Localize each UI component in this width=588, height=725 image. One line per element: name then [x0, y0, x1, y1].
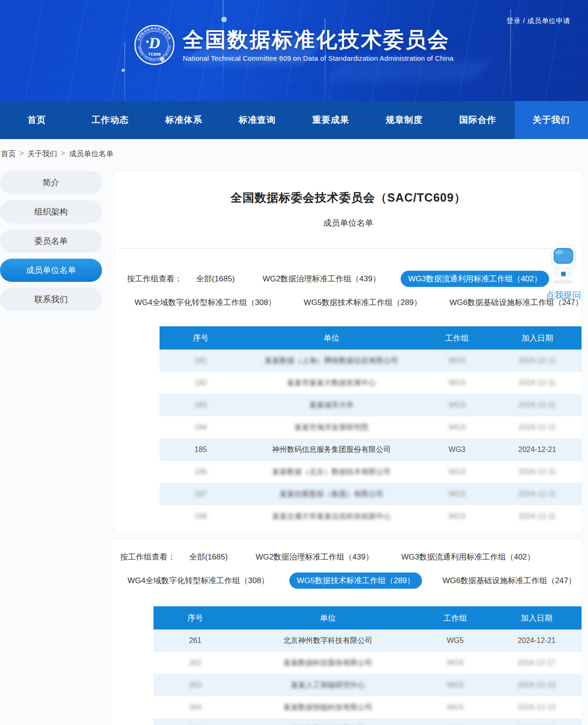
table-row: 187某某控股股份（集团）有限公司WG32024-12-11: [160, 483, 582, 505]
row-no: 264: [153, 703, 237, 712]
row-date: 2024-12-21: [492, 636, 582, 645]
sidebar-item-0[interactable]: 简介: [0, 171, 102, 194]
filter-label: 按工作组查看：: [120, 552, 175, 562]
column-header-0: 序号: [160, 333, 242, 343]
row-unit: 某某人工智能研究中心: [237, 680, 419, 690]
row-date: 2024-12-11: [493, 490, 582, 498]
banner-decoration: [121, 69, 125, 72]
filter-pill-2[interactable]: WG3数据流通利用标准工作组（402）: [401, 271, 549, 287]
row-no: 181: [160, 356, 242, 365]
row-wg: WG3: [421, 401, 493, 409]
row-unit: 某某数据科技股份有限公司: [237, 658, 419, 668]
row-date: 2024-12-17: [492, 659, 582, 667]
row-date: 2024-12-11: [493, 401, 582, 409]
nav-item-1[interactable]: 工作动态: [74, 101, 147, 139]
sidebar-item-2[interactable]: 委员名单: [0, 229, 102, 253]
row-unit: 某某交通大学某某信息科技创新中心: [242, 512, 421, 521]
filter-section-2: 按工作组查看：全部(1685)WG2数据治理标准工作组（439）WG3数据流通利…: [112, 549, 582, 589]
sidebar-item-1[interactable]: 组织架构: [0, 200, 102, 223]
filter-pill-1[interactable]: WG2数据治理标准工作组（439）: [255, 271, 388, 287]
row-no: 187: [160, 490, 242, 498]
filter-pill-5[interactable]: WG6数据基础设施标准工作组（247）: [435, 572, 583, 589]
content-card-2: 按工作组查看：全部(1685)WG2数据治理标准工作组（439）WG3数据流通利…: [111, 539, 582, 725]
row-wg: WG5: [419, 703, 492, 712]
nav-item-3[interactable]: 标准查询: [221, 101, 294, 139]
row-date: 2024-12-11: [493, 379, 582, 387]
row-no: 186: [160, 468, 242, 476]
assistant-robot[interactable]: 点我提问: [543, 242, 583, 301]
row-unit: 神州数码信息服务集团股份有限公司: [242, 445, 421, 455]
nav-item-7[interactable]: 关于我们: [515, 101, 588, 139]
nav-item-6[interactable]: 国际合作: [441, 101, 515, 139]
filter-pill-3[interactable]: WG4全域数字化转型标准工作组（308）: [120, 572, 276, 589]
table-row: 184某某市海洋发展研究院WG32024-12-11: [160, 416, 582, 439]
column-header-3: 加入日期: [493, 333, 582, 343]
filter-pill-1[interactable]: WG2数据治理标准工作组（439）: [248, 549, 381, 565]
sidebar-item-4[interactable]: 联系我们: [0, 288, 102, 311]
row-wg: WG3: [421, 356, 493, 365]
nav-item-0[interactable]: 首页: [0, 101, 74, 139]
row-wg: WG5: [419, 681, 492, 689]
row-date: 2024-12-11: [493, 423, 582, 432]
site-title: 全国数据标准化技术委员会: [183, 28, 454, 52]
table-row: 264某某数据智能科技有限公司WG52024-12-13: [153, 696, 582, 719]
main-nav: 首页工作动态标准体系标准查询重要成果规章制度国际合作关于我们: [0, 101, 588, 139]
row-date: 2024-12-11: [493, 512, 582, 521]
sidebar-nav: 简介组织架构委员名单成员单位名单联系我们: [0, 171, 102, 317]
breadcrumb-item-1[interactable]: 关于我们: [27, 149, 57, 159]
filter-pill-4[interactable]: WG5数据技术标准工作组（289）: [289, 572, 422, 589]
row-unit: 某某控股股份（集团）有限公司: [242, 490, 421, 499]
row-no: 185: [160, 445, 242, 454]
row-unit: 某某数据（北京）数据技术有限公司: [242, 467, 421, 477]
filter-pill-3[interactable]: WG4全域数字化转型标准工作组（308）: [127, 294, 283, 311]
member-table-wg5: 序号单位工作组加入日期261北京神州数字科技有限公司WG52024-12-212…: [153, 606, 582, 725]
row-wg: WG3: [421, 423, 493, 432]
page-subtitle: 成员单位名单: [115, 217, 582, 229]
filter-row: 按工作组查看：全部(1685)WG2数据治理标准工作组（439）WG3数据流通利…: [120, 549, 582, 565]
filter-pill-0[interactable]: 全部(1685): [189, 271, 242, 287]
page-title: 全国数据标委会技术委员会（SAC/TC609）: [115, 190, 582, 205]
assistant-label: 点我提问: [543, 289, 583, 301]
table-row: 181某某数据（上海）网络数据信息有限公司WG32024-12-11: [160, 350, 582, 372]
sidebar-item-3[interactable]: 成员单位名单: [0, 259, 102, 282]
row-date: 2024-12-13: [492, 703, 582, 712]
filter-pill-4[interactable]: WG5数据技术标准工作组（289）: [296, 294, 429, 311]
filter-section-1: 按工作组查看：全部(1685)WG2数据治理标准工作组（439）WG3数据流通利…: [115, 271, 582, 311]
breadcrumb-item-0[interactable]: 首页: [1, 149, 16, 159]
filter-row: WG4全域数字化转型标准工作组（308）WG5数据技术标准工作组（289）WG6…: [120, 572, 582, 589]
table-header-row: 序号单位工作组加入日期: [153, 606, 582, 630]
banner-decoration: [124, 42, 125, 101]
row-wg: WG3: [421, 512, 493, 521]
row-date: 2024-12-13: [492, 681, 582, 689]
filter-row: WG4全域数字化转型标准工作组（308）WG5数据技术标准工作组（289）WG6…: [127, 294, 582, 311]
column-header-2: 工作组: [421, 333, 493, 343]
login-apply-link[interactable]: 登录 / 成员单位申请: [506, 17, 570, 25]
filter-pill-0[interactable]: 全部(1685): [182, 549, 235, 565]
site-brand[interactable]: D TC609 全国数据标准化技术委员会 NATIONAL TECHNICAL …: [134, 24, 454, 66]
svg-text:D: D: [148, 34, 160, 51]
tc609-logo-icon: D TC609 全国数据标准化技术委员会 NATIONAL TECHNICAL …: [134, 24, 175, 66]
header-banner: 登录 / 成员单位申请 D TC609 全国数据标准化技术委员会 NATIONA…: [0, 0, 588, 101]
nav-item-4[interactable]: 重要成果: [294, 101, 368, 139]
row-no: 262: [153, 659, 237, 667]
column-header-1: 单位: [242, 333, 421, 343]
breadcrumb: 首页>关于我们>成员单位名单: [0, 139, 588, 165]
nav-item-5[interactable]: 规章制度: [368, 101, 441, 139]
column-header-1: 单位: [237, 613, 419, 623]
row-unit: 某某市某某大数据发展中心: [242, 378, 421, 388]
breadcrumb-separator: >: [19, 149, 24, 159]
table-row: 185神州数码信息服务集团股份有限公司WG32024-12-21: [160, 439, 582, 461]
row-no: 184: [160, 423, 242, 432]
nav-item-2[interactable]: 标准体系: [147, 101, 221, 139]
divider: [120, 248, 569, 248]
member-table-wg3: 序号单位工作组加入日期181某某数据（上海）网络数据信息有限公司WG32024-…: [160, 326, 582, 528]
breadcrumb-item-2: 成员单位名单: [69, 149, 114, 159]
filter-label: 按工作组查看：: [127, 273, 182, 284]
filter-row: 按工作组查看：全部(1685)WG2数据治理标准工作组（439）WG3数据流通利…: [127, 271, 582, 287]
table-row: 262某某数据科技股份有限公司WG52024-12-17: [153, 652, 582, 674]
row-unit: 某某数据智能科技有限公司: [237, 703, 419, 712]
filter-pill-2[interactable]: WG3数据流通利用标准工作组（402）: [394, 549, 542, 565]
table-header-row: 序号单位工作组加入日期: [160, 326, 582, 350]
row-no: 182: [160, 379, 242, 387]
row-no: 261: [153, 636, 237, 645]
